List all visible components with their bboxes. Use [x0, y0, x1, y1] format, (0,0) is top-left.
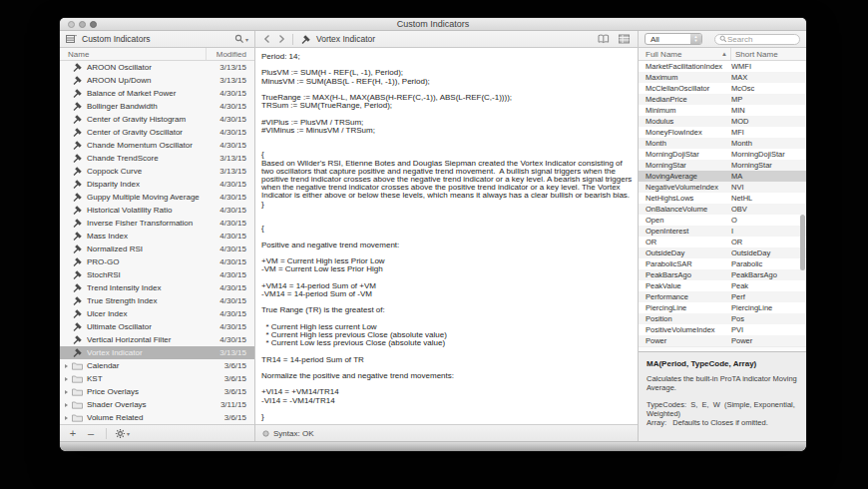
- sidebar-search-icon[interactable]: ▾: [234, 34, 248, 44]
- list-item[interactable]: Center of Gravity Histogram 4/30/15: [60, 113, 254, 126]
- list-item[interactable]: AROON Oscillator 3/13/15: [60, 61, 254, 74]
- table-row[interactable]: MedianPrice MP: [639, 94, 806, 105]
- function-short-name: NVI: [731, 183, 806, 192]
- table-row[interactable]: OutsideDay OutsideDay: [639, 247, 806, 258]
- table-row[interactable]: ParabolicSAR Parabolic: [639, 258, 806, 269]
- window-controls: [68, 21, 97, 28]
- disclosure-triangle-icon[interactable]: [65, 364, 68, 368]
- item-name: Price Overlays: [87, 387, 211, 396]
- table-row[interactable]: MoneyFlowIndex MFI: [639, 127, 806, 138]
- table-row[interactable]: PositiveVolumeIndex PVI: [639, 324, 806, 335]
- column-full-name[interactable]: Full Name ▲: [639, 48, 731, 60]
- code-editor[interactable]: Period: 14; PlusVM := SUM(H - REF(L, -1)…: [255, 48, 638, 424]
- table-row[interactable]: OR OR: [639, 237, 806, 247]
- column-name[interactable]: Name: [60, 48, 207, 60]
- list-item[interactable]: Vortex Indicator 3/13/15: [60, 346, 254, 359]
- list-item[interactable]: Balance of Market Power 4/30/15: [60, 87, 254, 100]
- list-item[interactable]: KST 3/6/15: [60, 372, 254, 385]
- table-row[interactable]: PiercingLine PiercingLine: [639, 302, 806, 313]
- disclosure-triangle-icon[interactable]: [65, 390, 68, 394]
- function-short-name: OR: [731, 238, 806, 246]
- list-item[interactable]: Shader Overlays 3/11/15: [60, 398, 254, 411]
- table-row[interactable]: PeakBarsAgo PeakBarsAgo: [639, 269, 806, 280]
- column-short-name[interactable]: Short Name: [731, 50, 806, 59]
- table-row[interactable]: NegativeVolumeIndex NVI: [639, 182, 806, 193]
- item-modified-date: 4/30/15: [211, 296, 254, 305]
- table-row[interactable]: Power Power: [639, 335, 806, 346]
- list-item[interactable]: PRO-GO 4/30/15: [60, 255, 254, 268]
- remove-indicator-button[interactable]: –: [84, 428, 98, 438]
- list-item[interactable]: Ulcer Index 4/30/15: [60, 307, 254, 320]
- table-row[interactable]: PeakValue Peak: [639, 280, 806, 291]
- close-button[interactable]: [68, 21, 75, 28]
- table-row[interactable]: Modulus MOD: [639, 116, 806, 127]
- disclosure-triangle-icon[interactable]: [65, 416, 68, 420]
- list-item[interactable]: Guppy Multiple Moving Average 4/30/15: [60, 191, 254, 204]
- disclosure-triangle-icon[interactable]: [65, 403, 68, 407]
- list-item[interactable]: Chande Momentum Oscillator 4/30/15: [60, 139, 254, 152]
- table-row[interactable]: MorningStar MorningStar: [639, 160, 806, 171]
- function-table-header[interactable]: Full Name ▲ Short Name: [639, 48, 806, 61]
- table-row[interactable]: Position Pos: [639, 313, 806, 324]
- table-row[interactable]: Maximum MAX: [639, 72, 806, 83]
- item-modified-date: 3/13/15: [211, 348, 254, 357]
- list-item[interactable]: Vertical Horizontal Filter 4/30/15: [60, 333, 254, 346]
- library-list-icon[interactable]: [66, 34, 77, 44]
- list-item[interactable]: Chande TrendScore 3/13/15: [60, 152, 254, 165]
- list-item[interactable]: Coppock Curve 3/13/15: [60, 165, 254, 178]
- title-bar[interactable]: Custom Indicators: [60, 18, 806, 31]
- list-item[interactable]: Volume Related 3/6/15: [60, 411, 254, 424]
- table-row[interactable]: Open O: [639, 215, 806, 226]
- table-row[interactable]: OpenInterest I: [639, 226, 806, 237]
- list-item[interactable]: Inverse Fisher Transformation 4/30/15: [60, 217, 254, 230]
- list-item[interactable]: Calendar 3/6/15: [60, 359, 254, 372]
- disclosure-triangle-icon[interactable]: [65, 377, 68, 381]
- function-short-name: Perf: [731, 292, 806, 301]
- item-name: Balance of Market Power: [87, 89, 211, 98]
- back-button[interactable]: [263, 34, 270, 44]
- search-input[interactable]: [727, 35, 787, 44]
- list-item[interactable]: Mass Index 4/30/15: [60, 230, 254, 243]
- table-row[interactable]: Month Month: [639, 138, 806, 149]
- function-short-name: PeakBarsAgo: [731, 270, 806, 279]
- function-full-name: PeakValue: [639, 281, 731, 290]
- list-item[interactable]: Historical Volatility Ratio 4/30/15: [60, 204, 254, 217]
- forward-button[interactable]: [278, 34, 285, 44]
- list-item[interactable]: Disparity Index 4/30/15: [60, 178, 254, 191]
- add-indicator-button[interactable]: +: [66, 428, 80, 438]
- table-row[interactable]: MovingAverage MA: [639, 171, 806, 182]
- list-item[interactable]: Bollinger Bandwidth 4/30/15: [60, 100, 254, 113]
- minimize-button[interactable]: [79, 21, 86, 28]
- table-row[interactable]: Performance Perf: [639, 291, 806, 302]
- table-row[interactable]: Minimum MIN: [639, 105, 806, 116]
- chevron-down-icon: ▾: [245, 36, 248, 43]
- table-row[interactable]: MarketFacilitationIndex WMFI: [639, 61, 806, 72]
- function-table-icon[interactable]: [619, 34, 630, 44]
- function-reference-pane: Full Name ▲ Short Name MarketFacilitatio…: [639, 48, 806, 441]
- item-name: StochRSI: [87, 270, 211, 279]
- table-row[interactable]: OnBalanceVolume OBV: [639, 204, 806, 215]
- zoom-button[interactable]: [90, 21, 97, 28]
- list-item[interactable]: Trend Intensity Index 4/30/15: [60, 281, 254, 294]
- list-item[interactable]: AROON Up/Down 3/13/15: [60, 74, 254, 87]
- list-item[interactable]: True Strength Index 4/30/15: [60, 294, 254, 307]
- sidebar-column-header[interactable]: Name Modified: [60, 48, 254, 61]
- indicator-source-code[interactable]: Period: 14; PlusVM := SUM(H - REF(L, -1)…: [261, 53, 633, 421]
- table-row[interactable]: MorningDojiStar MorningDojiStar: [639, 149, 806, 160]
- reference-book-icon[interactable]: [598, 34, 610, 44]
- table-scrollbar-thumb[interactable]: [800, 215, 805, 270]
- item-modified-date: 4/30/15: [211, 257, 254, 266]
- table-row[interactable]: McClellanOscillator McOsc: [639, 83, 806, 94]
- action-gear-button[interactable]: ▾: [115, 428, 130, 439]
- list-item[interactable]: Price Overlays 3/6/15: [60, 385, 254, 398]
- column-modified[interactable]: Modified: [207, 50, 254, 59]
- item-modified-date: 3/13/15: [211, 154, 254, 163]
- function-filter-popup[interactable]: All ▲▼: [645, 33, 702, 45]
- list-item[interactable]: Ultimate Oscillator 4/30/15: [60, 320, 254, 333]
- table-row[interactable]: NetHighsLows NetHL: [639, 193, 806, 204]
- filter-value: All: [651, 35, 659, 44]
- list-item[interactable]: StochRSI 4/30/15: [60, 268, 254, 281]
- list-item[interactable]: Center of Gravity Oscillator 4/30/15: [60, 126, 254, 139]
- function-search-field[interactable]: [714, 34, 800, 45]
- list-item[interactable]: Normalized RSI 4/30/15: [60, 243, 254, 255]
